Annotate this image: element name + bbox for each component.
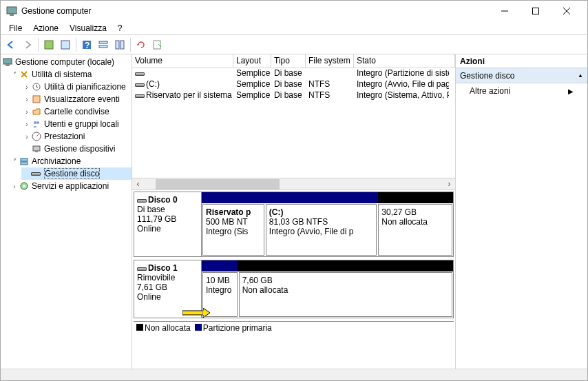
actions-more[interactable]: Altre azioni ▶ (456, 83, 587, 99)
volume-row[interactable]: (C:) Semplice Di base NTFS Integro (Avvi… (132, 79, 455, 90)
back-button[interactable] (3, 37, 19, 52)
scroll-left-icon[interactable]: ‹ (132, 178, 144, 190)
menu-view[interactable]: Visualizza (65, 22, 111, 34)
expand-icon[interactable]: › (23, 108, 31, 116)
tree-label: Utenti e gruppi locali (44, 119, 119, 129)
svg-rect-3 (532, 8, 538, 14)
refresh-button[interactable] (134, 37, 149, 52)
menu-help[interactable]: ? (114, 22, 127, 34)
part-size: 10 MB (206, 276, 234, 285)
svg-rect-0 (7, 7, 17, 14)
view-list-button[interactable] (96, 37, 111, 52)
titlebar: Gestione computer (1, 1, 587, 21)
properties-button[interactable] (58, 37, 73, 52)
tree-devmgr[interactable]: Gestione dispositivi (21, 143, 132, 155)
legend-square-black (136, 324, 143, 331)
actions-pane: Azioni Gestione disco ▲ Altre azioni ▶ (456, 54, 587, 369)
part-state: Non allocata (242, 285, 449, 295)
scroll-right-icon[interactable]: › (443, 178, 455, 190)
perf-icon (31, 131, 42, 142)
part-size: 81,03 GB NTFS (269, 217, 373, 227)
bar-primary (202, 260, 237, 271)
tree-label: Gestione dispositivi (44, 144, 115, 154)
tools-icon (19, 69, 30, 80)
svg-rect-22 (33, 146, 40, 151)
partition-small[interactable]: 10 MB Integro (202, 272, 238, 317)
disk-status: Online (137, 224, 198, 234)
menu-file[interactable]: File (5, 22, 26, 34)
tree-label: Visualizzatore eventi (44, 94, 120, 104)
tree-root[interactable]: Gestione computer (locale) (1, 56, 132, 68)
expand-icon[interactable]: › (23, 121, 31, 128)
maximize-button[interactable] (520, 1, 551, 21)
partition-c[interactable]: (C:) 81,03 GB NTFS Integro (Avvio, File … (266, 204, 377, 256)
disk1-row[interactable]: Disco 1 Rimovibile 7,61 GB Online 10 MB … (134, 260, 454, 318)
part-state: Integro (Sis (206, 227, 261, 236)
volume-list-header[interactable]: Volume Layout Tipo File system Stato (132, 54, 455, 68)
expand-icon[interactable]: › (23, 133, 31, 141)
vol-layout: Semplice (233, 79, 271, 90)
legend-unallocated: Non allocata (136, 323, 191, 333)
bar-unallocated (378, 192, 454, 203)
col-volume[interactable]: Volume (132, 54, 233, 68)
partition-reserved[interactable]: Riservato p 500 MB NT Integro (Sis (202, 204, 264, 256)
tree-eventviewer[interactable]: › Visualizzatore eventi (21, 93, 132, 105)
partition-unallocated[interactable]: 30,27 GB Non allocata (378, 204, 452, 256)
disk1-bar (202, 260, 453, 271)
bar-primary (264, 192, 377, 203)
view-detail-button[interactable] (112, 37, 127, 52)
col-layout[interactable]: Layout (233, 54, 271, 68)
tree-system-tools[interactable]: ˅ Utilità di sistema (9, 68, 132, 81)
volume-list-body[interactable]: Semplice Di base Integro (Partizione di … (132, 68, 455, 189)
actions-group-diskmgmt[interactable]: Gestione disco ▲ (456, 68, 587, 83)
close-button[interactable] (551, 1, 582, 21)
statusbar (1, 369, 587, 381)
show-hide-button[interactable] (41, 37, 56, 52)
disk0-info[interactable]: Disco 0 Di base 111,79 GB Online (134, 192, 202, 256)
disk0-layout: Riservato p 500 MB NT Integro (Sis (C:) … (202, 192, 453, 256)
disk-icon (31, 168, 42, 179)
collapse-icon[interactable]: ˅ (10, 71, 19, 79)
svg-rect-12 (116, 41, 119, 49)
partition-unallocated[interactable]: 7,60 GB Non allocata (239, 272, 452, 317)
forward-button[interactable] (20, 37, 35, 52)
expand-icon[interactable]: › (23, 96, 31, 103)
disk-graphical-view[interactable]: Disco 0 Di base 111,79 GB Online Riserva… (132, 190, 455, 369)
tree-users[interactable]: › Utenti e gruppi locali (21, 118, 132, 130)
tree-shared[interactable]: › Cartelle condivise (21, 105, 132, 118)
h-scrollbar[interactable]: ‹ › (132, 178, 455, 189)
vol-type: Di base (271, 68, 306, 79)
part-size: 500 MB NT (206, 217, 261, 227)
volume-row[interactable]: Riservato per il sistema Semplice Di bas… (132, 90, 455, 101)
col-fs[interactable]: File system (306, 54, 354, 68)
bar-unallocated (237, 260, 453, 271)
col-state[interactable]: Stato (354, 54, 455, 68)
tree-label: Servizi e applicazioni (32, 181, 109, 191)
tree-perf[interactable]: › Prestazioni (21, 130, 132, 143)
expand-icon[interactable]: › (23, 83, 31, 91)
tree-storage[interactable]: ˅ Archiviazione (9, 155, 132, 167)
help-button[interactable]: ? (79, 37, 94, 52)
tree-pane[interactable]: Gestione computer (locale) ˅ Utilità di … (1, 54, 132, 369)
volume-row[interactable]: Semplice Di base Integro (Partizione di … (132, 68, 455, 79)
collapse-icon[interactable]: ˅ (10, 158, 19, 165)
vol-state: Integro (Sistema, Attivo, P (354, 90, 449, 101)
svg-rect-6 (45, 41, 53, 49)
col-type[interactable]: Tipo (271, 54, 306, 68)
expand-icon[interactable]: › (10, 183, 19, 190)
tree-services[interactable]: › Servizi e applicazioni (9, 180, 132, 192)
disk0-row[interactable]: Disco 0 Di base 111,79 GB Online Riserva… (134, 192, 454, 257)
tree-scheduler[interactable]: › Utilità di pianificazione (21, 81, 132, 93)
legend: Non allocata Partizione primaria (134, 321, 454, 333)
app-icon (6, 6, 17, 17)
disk1-info[interactable]: Disco 1 Rimovibile 7,61 GB Online (134, 260, 202, 318)
action-button[interactable] (150, 37, 165, 52)
vol-type: Di base (271, 90, 306, 101)
actions-header: Azioni (456, 54, 587, 68)
minimize-button[interactable] (489, 1, 520, 21)
tree-diskmgmt[interactable]: Gestione disco (21, 167, 132, 180)
vol-fs (306, 68, 354, 79)
menu-action[interactable]: Azione (29, 22, 63, 34)
volume-list[interactable]: Volume Layout Tipo File system Stato Sem… (132, 54, 455, 190)
scroll-thumb[interactable] (156, 179, 280, 189)
